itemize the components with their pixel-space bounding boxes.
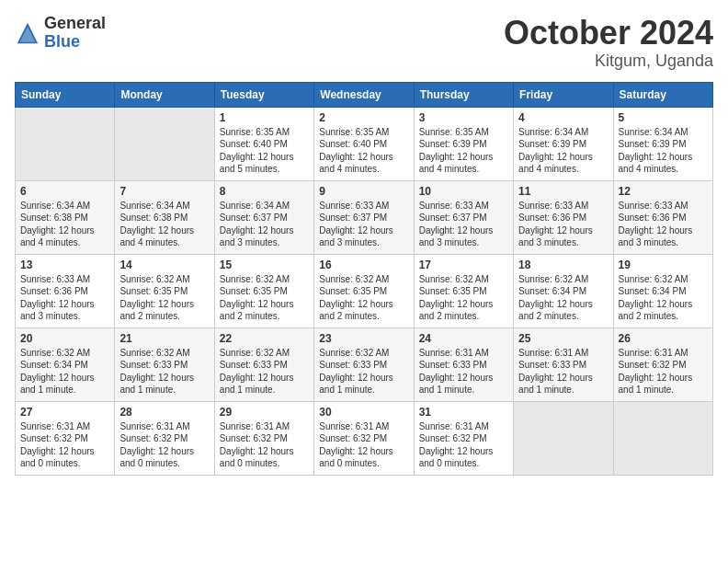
calendar-cell: 22Sunrise: 6:32 AM Sunset: 6:33 PM Dayli…	[214, 327, 313, 401]
day-number: 21	[119, 332, 209, 345]
logo-general: General	[44, 15, 106, 33]
day-number: 5	[619, 111, 708, 124]
calendar-table: SundayMondayTuesdayWednesdayThursdayFrid…	[15, 82, 713, 476]
month-title: October 2024	[504, 15, 713, 52]
cell-details: Sunrise: 6:34 AM Sunset: 6:39 PM Dayligh…	[518, 126, 608, 176]
calendar-cell	[115, 107, 214, 180]
cell-details: Sunrise: 6:35 AM Sunset: 6:39 PM Dayligh…	[419, 126, 508, 176]
calendar-cell: 8Sunrise: 6:34 AM Sunset: 6:37 PM Daylig…	[214, 180, 313, 254]
logo-text: General Blue	[44, 15, 106, 52]
cell-details: Sunrise: 6:32 AM Sunset: 6:34 PM Dayligh…	[619, 273, 708, 323]
cell-details: Sunrise: 6:32 AM Sunset: 6:35 PM Dayligh…	[220, 273, 309, 323]
calendar-cell: 3Sunrise: 6:35 AM Sunset: 6:39 PM Daylig…	[414, 107, 513, 180]
day-number: 17	[419, 259, 508, 271]
week-row-3: 13Sunrise: 6:33 AM Sunset: 6:36 PM Dayli…	[16, 254, 713, 327]
day-number: 12	[619, 185, 708, 198]
title-block: October 2024 Kitgum, Uganda	[504, 15, 713, 71]
weekday-header-monday: Monday	[115, 82, 214, 107]
calendar-cell: 25Sunrise: 6:31 AM Sunset: 6:33 PM Dayli…	[514, 327, 613, 401]
calendar-cell: 26Sunrise: 6:31 AM Sunset: 6:32 PM Dayli…	[613, 327, 712, 401]
week-row-2: 6Sunrise: 6:34 AM Sunset: 6:38 PM Daylig…	[16, 180, 713, 254]
day-number: 18	[518, 259, 608, 271]
calendar-cell: 21Sunrise: 6:32 AM Sunset: 6:33 PM Dayli…	[115, 327, 214, 401]
day-number: 22	[220, 332, 309, 345]
cell-details: Sunrise: 6:31 AM Sunset: 6:33 PM Dayligh…	[518, 347, 608, 396]
day-number: 24	[419, 332, 508, 345]
weekday-header-wednesday: Wednesday	[314, 82, 414, 107]
day-number: 15	[220, 259, 309, 271]
calendar-cell: 28Sunrise: 6:31 AM Sunset: 6:32 PM Dayli…	[115, 401, 214, 475]
calendar-cell: 9Sunrise: 6:33 AM Sunset: 6:37 PM Daylig…	[314, 180, 414, 254]
cell-details: Sunrise: 6:34 AM Sunset: 6:38 PM Dayligh…	[20, 200, 109, 249]
weekday-header-thursday: Thursday	[414, 82, 513, 107]
cell-details: Sunrise: 6:32 AM Sunset: 6:33 PM Dayligh…	[319, 347, 408, 396]
cell-details: Sunrise: 6:34 AM Sunset: 6:37 PM Dayligh…	[220, 200, 309, 249]
cell-details: Sunrise: 6:31 AM Sunset: 6:32 PM Dayligh…	[319, 420, 408, 470]
day-number: 23	[319, 332, 408, 345]
weekday-header-row: SundayMondayTuesdayWednesdayThursdayFrid…	[16, 82, 713, 107]
calendar-cell: 10Sunrise: 6:33 AM Sunset: 6:37 PM Dayli…	[414, 180, 513, 254]
calendar-cell: 12Sunrise: 6:33 AM Sunset: 6:36 PM Dayli…	[613, 180, 712, 254]
day-number: 13	[20, 259, 109, 271]
week-row-4: 20Sunrise: 6:32 AM Sunset: 6:34 PM Dayli…	[16, 327, 713, 401]
day-number: 26	[619, 332, 708, 345]
cell-details: Sunrise: 6:31 AM Sunset: 6:32 PM Dayligh…	[119, 420, 209, 470]
calendar-cell: 5Sunrise: 6:34 AM Sunset: 6:39 PM Daylig…	[613, 107, 712, 180]
day-number: 2	[319, 111, 408, 124]
location: Kitgum, Uganda	[504, 52, 713, 71]
day-number: 27	[20, 406, 109, 419]
calendar-cell: 29Sunrise: 6:31 AM Sunset: 6:32 PM Dayli…	[214, 401, 313, 475]
day-number: 8	[220, 185, 309, 198]
day-number: 28	[119, 406, 209, 419]
logo-blue: Blue	[44, 33, 106, 52]
weekday-header-sunday: Sunday	[16, 82, 115, 107]
cell-details: Sunrise: 6:34 AM Sunset: 6:39 PM Dayligh…	[619, 126, 708, 176]
logo: General Blue	[15, 15, 106, 52]
day-number: 30	[319, 406, 408, 419]
cell-details: Sunrise: 6:35 AM Sunset: 6:40 PM Dayligh…	[220, 126, 309, 176]
calendar-cell	[613, 401, 712, 475]
weekday-header-friday: Friday	[514, 82, 613, 107]
day-number: 7	[119, 185, 209, 198]
cell-details: Sunrise: 6:32 AM Sunset: 6:35 PM Dayligh…	[119, 273, 209, 323]
day-number: 14	[119, 259, 209, 271]
calendar-cell: 17Sunrise: 6:32 AM Sunset: 6:35 PM Dayli…	[414, 254, 513, 327]
calendar-cell: 31Sunrise: 6:31 AM Sunset: 6:32 PM Dayli…	[414, 401, 513, 475]
calendar-cell: 16Sunrise: 6:32 AM Sunset: 6:35 PM Dayli…	[314, 254, 414, 327]
calendar-cell: 13Sunrise: 6:33 AM Sunset: 6:36 PM Dayli…	[16, 254, 115, 327]
cell-details: Sunrise: 6:31 AM Sunset: 6:32 PM Dayligh…	[419, 420, 508, 470]
calendar-cell: 30Sunrise: 6:31 AM Sunset: 6:32 PM Dayli…	[314, 401, 414, 475]
calendar-cell: 14Sunrise: 6:32 AM Sunset: 6:35 PM Dayli…	[115, 254, 214, 327]
calendar-cell: 20Sunrise: 6:32 AM Sunset: 6:34 PM Dayli…	[16, 327, 115, 401]
calendar-cell	[16, 107, 115, 180]
cell-details: Sunrise: 6:32 AM Sunset: 6:35 PM Dayligh…	[319, 273, 408, 323]
cell-details: Sunrise: 6:32 AM Sunset: 6:34 PM Dayligh…	[518, 273, 608, 323]
cell-details: Sunrise: 6:31 AM Sunset: 6:32 PM Dayligh…	[619, 347, 708, 396]
day-number: 20	[20, 332, 109, 345]
cell-details: Sunrise: 6:32 AM Sunset: 6:34 PM Dayligh…	[20, 347, 109, 396]
cell-details: Sunrise: 6:33 AM Sunset: 6:36 PM Dayligh…	[619, 200, 708, 249]
page-header: General Blue October 2024 Kitgum, Uganda	[15, 15, 713, 71]
cell-details: Sunrise: 6:32 AM Sunset: 6:33 PM Dayligh…	[220, 347, 309, 396]
day-number: 29	[220, 406, 309, 419]
calendar-cell: 18Sunrise: 6:32 AM Sunset: 6:34 PM Dayli…	[514, 254, 613, 327]
day-number: 1	[220, 111, 309, 124]
calendar-cell: 19Sunrise: 6:32 AM Sunset: 6:34 PM Dayli…	[613, 254, 712, 327]
calendar-cell: 23Sunrise: 6:32 AM Sunset: 6:33 PM Dayli…	[314, 327, 414, 401]
cell-details: Sunrise: 6:33 AM Sunset: 6:36 PM Dayligh…	[20, 273, 109, 323]
day-number: 16	[319, 259, 408, 271]
cell-details: Sunrise: 6:32 AM Sunset: 6:33 PM Dayligh…	[119, 347, 209, 396]
calendar-cell: 7Sunrise: 6:34 AM Sunset: 6:38 PM Daylig…	[115, 180, 214, 254]
calendar-cell: 11Sunrise: 6:33 AM Sunset: 6:36 PM Dayli…	[514, 180, 613, 254]
day-number: 6	[20, 185, 109, 198]
calendar-cell: 15Sunrise: 6:32 AM Sunset: 6:35 PM Dayli…	[214, 254, 313, 327]
cell-details: Sunrise: 6:33 AM Sunset: 6:36 PM Dayligh…	[518, 200, 608, 249]
day-number: 4	[518, 111, 608, 124]
cell-details: Sunrise: 6:34 AM Sunset: 6:38 PM Dayligh…	[119, 200, 209, 249]
logo-icon	[15, 20, 40, 46]
weekday-header-saturday: Saturday	[613, 82, 712, 107]
day-number: 11	[518, 185, 608, 198]
day-number: 25	[518, 332, 608, 345]
cell-details: Sunrise: 6:31 AM Sunset: 6:32 PM Dayligh…	[220, 420, 309, 470]
day-number: 19	[619, 259, 708, 271]
